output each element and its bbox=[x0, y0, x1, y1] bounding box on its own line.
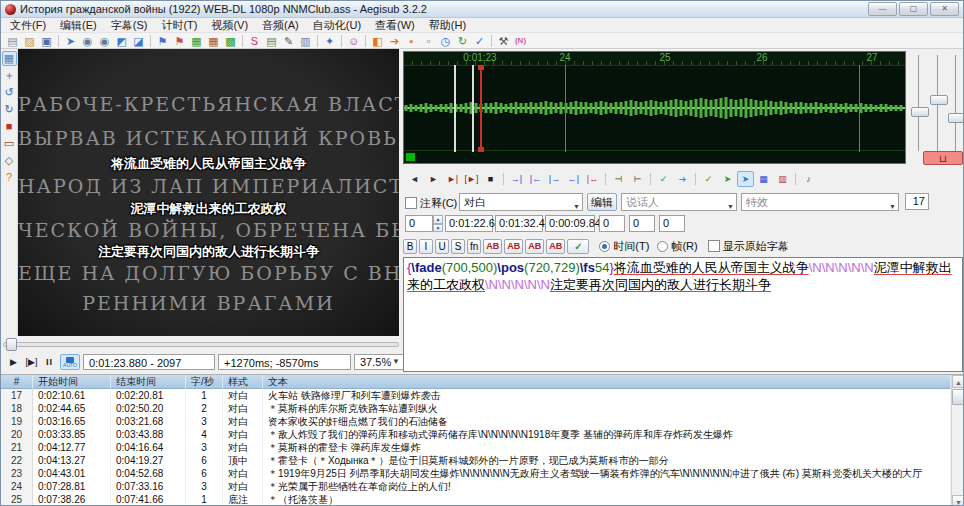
show-original-checkbox[interactable]: 显示原始字幕 bbox=[708, 239, 789, 254]
subtitle-text-edit[interactable]: {\fade(700,500)\pos(720,729)\fs54}将流血受难的… bbox=[403, 257, 963, 372]
shift-clock-icon[interactable]: ◷ bbox=[437, 34, 454, 48]
menu-edit[interactable]: 编辑(E) bbox=[53, 18, 104, 33]
grid-header-2[interactable]: 结束时间 bbox=[111, 375, 186, 389]
snap-start-to-video-icon[interactable]: ⚑ bbox=[154, 34, 171, 48]
select-visible-icon[interactable]: ▩ bbox=[222, 34, 239, 48]
slider-thumb[interactable] bbox=[930, 95, 948, 105]
layer-spinner[interactable]: ▲▼ bbox=[433, 215, 443, 232]
new-subtitles-icon[interactable]: ▤ bbox=[4, 34, 21, 48]
table-row[interactable]: 250:07:38.260:07:41.661底注＊（托洛茨基） bbox=[1, 493, 951, 506]
margin-left-field[interactable]: 0 bbox=[599, 215, 625, 232]
selection-start-marker[interactable] bbox=[480, 65, 482, 152]
marker-handle[interactable] bbox=[478, 65, 484, 70]
play-line-icon[interactable]: [►] bbox=[462, 171, 481, 187]
underline-button[interactable]: U bbox=[435, 239, 449, 254]
vertical-link-icon[interactable]: ▥ bbox=[773, 171, 792, 187]
table-row[interactable]: 170:02:10.610:02:20.811对白火车站 铁路修理厂和列车遭到爆… bbox=[1, 389, 951, 403]
scrollbar-thumb[interactable] bbox=[952, 389, 964, 405]
jump-video-start-icon[interactable]: ◩ bbox=[113, 34, 130, 48]
video-zoom-select[interactable]: 37.5% ▼ bbox=[354, 354, 406, 370]
video-play-line-button[interactable]: [▶] bbox=[24, 355, 39, 370]
zoom-out-icon[interactable]: ◉ bbox=[96, 34, 113, 48]
scroll-down-icon[interactable]: ▼ bbox=[952, 495, 964, 506]
end-time-field[interactable]: 0:01:32.45 bbox=[495, 215, 543, 232]
video-display[interactable]: РАБОЧЕ-КРЕСТЬЯНСКАЯ ВЛАСТЬ,ВЫРВАВ ИСТЕКА… bbox=[18, 49, 399, 336]
open-timecodes-icon[interactable]: ▫ bbox=[420, 34, 437, 48]
link-zoom-volume-button[interactable]: ⊔ bbox=[923, 151, 963, 165]
spell-checker-icon[interactable]: ✓ bbox=[471, 34, 488, 48]
menu-view[interactable]: 查看(W) bbox=[368, 18, 422, 33]
table-row[interactable]: 230:04:43.010:04:52.686对白＊1919年9月25日 列昂季… bbox=[1, 467, 951, 481]
strikeout-button[interactable]: S bbox=[451, 239, 465, 254]
video-pause-button[interactable]: II bbox=[42, 355, 57, 370]
duration-field[interactable]: 0:00:09.84 bbox=[545, 215, 595, 232]
goto-selection-icon[interactable]: ➔ bbox=[673, 171, 692, 187]
automation-icon[interactable]: ⚒ bbox=[495, 34, 512, 48]
font-button[interactable]: fn bbox=[467, 239, 481, 254]
seek-thumb[interactable] bbox=[6, 338, 17, 351]
slider-thumb[interactable] bbox=[911, 107, 929, 117]
volume-slider[interactable] bbox=[948, 55, 964, 151]
video-play-button[interactable]: ▶ bbox=[6, 355, 21, 370]
bold-button[interactable]: B bbox=[403, 239, 417, 254]
stop-icon[interactable]: ■ bbox=[481, 171, 500, 187]
marker-handle[interactable] bbox=[478, 147, 484, 152]
commit-icon[interactable]: ✓ bbox=[654, 171, 673, 187]
paste-over-icon[interactable]: ▥ bbox=[297, 34, 314, 48]
outline-color-button[interactable]: AB bbox=[525, 239, 544, 254]
vector-clip-icon[interactable]: ◇ bbox=[2, 153, 17, 168]
menu-video[interactable]: 视频(V) bbox=[204, 18, 255, 33]
shadow-color-button[interactable]: AB bbox=[546, 239, 565, 254]
zoom-in-icon[interactable]: ◉ bbox=[79, 34, 96, 48]
auto-commit-icon[interactable]: ✓ bbox=[699, 171, 718, 187]
close-button[interactable]: ✕ bbox=[930, 2, 959, 16]
translation-assistant-icon[interactable]: ✦ bbox=[321, 34, 338, 48]
shift-times-icon[interactable]: ◧ bbox=[369, 34, 386, 48]
horizontal-zoom-slider[interactable] bbox=[911, 55, 927, 151]
save-subtitles-icon[interactable]: ▣ bbox=[38, 34, 55, 48]
play-first-500-icon[interactable]: |→ bbox=[545, 171, 564, 187]
resample-icon[interactable]: ↻ bbox=[454, 34, 471, 48]
seek-track[interactable] bbox=[3, 342, 399, 347]
secondary-color-button[interactable]: AB bbox=[504, 239, 523, 254]
table-row[interactable]: 180:02:44.650:02:50.202对白＊莫斯科的库尔斯克铁路车站遭到… bbox=[1, 402, 951, 416]
lead-in-icon[interactable]: ⊣ bbox=[609, 171, 628, 187]
grid-header-1[interactable]: 开始时间 bbox=[33, 375, 111, 389]
table-row[interactable]: 200:03:33.850:03:43.884对白＊敌人炸毁了我们的弹药库和移动… bbox=[1, 428, 951, 442]
grid-header-4[interactable]: 样式 bbox=[223, 375, 263, 389]
rotate-xy-icon[interactable]: ↻ bbox=[2, 102, 17, 117]
comment-checkbox[interactable]: 注释(C) bbox=[405, 196, 457, 211]
style-select[interactable]: 对白▼ bbox=[459, 193, 583, 211]
play-to-end-icon[interactable]: |↔ bbox=[583, 171, 602, 187]
scroll-left-icon[interactable]: ◄ bbox=[405, 171, 424, 187]
play-500-before-icon[interactable]: →| bbox=[507, 171, 526, 187]
table-row[interactable]: 240:07:28.810:07:33.163对白＊光荣属于那些牺牲在革命岗位上… bbox=[1, 480, 951, 494]
video-auto-seek-button[interactable]: AUTO bbox=[60, 354, 80, 370]
auto-scroll-icon[interactable]: ➤ bbox=[737, 171, 754, 187]
grid-scrollbar[interactable]: ▲ ▼ bbox=[951, 375, 964, 506]
keyframe-marker[interactable] bbox=[859, 65, 860, 152]
standard-mode-icon[interactable]: ▦ bbox=[2, 51, 17, 66]
margin-vertical-field[interactable]: 0 bbox=[659, 215, 685, 232]
auto-next-icon[interactable]: ➤ bbox=[718, 171, 737, 187]
inactive-line-start-marker[interactable] bbox=[454, 65, 456, 152]
edit-style-button[interactable]: 编辑 bbox=[587, 193, 617, 211]
grid-header-3[interactable]: 字/秒 bbox=[186, 375, 223, 389]
actor-select[interactable]: 说话人▼ bbox=[621, 193, 737, 211]
jump-video-end-icon[interactable]: ◪ bbox=[130, 34, 147, 48]
audio-waveform-display[interactable]: 0:01:2324252627 bbox=[403, 51, 906, 164]
effect-select[interactable]: 特效▼ bbox=[741, 193, 899, 211]
kanji-timer-icon[interactable]: ➔ bbox=[386, 34, 403, 48]
maximize-button[interactable]: ▢ bbox=[899, 2, 928, 16]
table-row[interactable]: 190:03:16.650:03:21.683对白资本家收买的奸细点燃了我们的石… bbox=[1, 415, 951, 429]
help-icon[interactable]: ? bbox=[2, 170, 17, 185]
grid-header-5[interactable]: 文本 bbox=[263, 375, 951, 389]
margin-right-field[interactable]: 0 bbox=[629, 215, 655, 232]
menu-audio[interactable]: 音频(A) bbox=[255, 18, 306, 33]
menu-timing[interactable]: 计时(T) bbox=[154, 18, 204, 33]
time-mode-radio[interactable]: 时间(T) bbox=[599, 239, 649, 254]
timing-post-processor-icon[interactable]: ▪ bbox=[403, 34, 420, 48]
menu-subtitle[interactable]: 字幕(S) bbox=[104, 18, 155, 33]
open-subtitles-icon[interactable]: ▨ bbox=[21, 34, 38, 48]
table-row[interactable]: 220:04:13.270:04:19.276顶中＊霍登卡（＊Ходынка＊）… bbox=[1, 454, 951, 468]
